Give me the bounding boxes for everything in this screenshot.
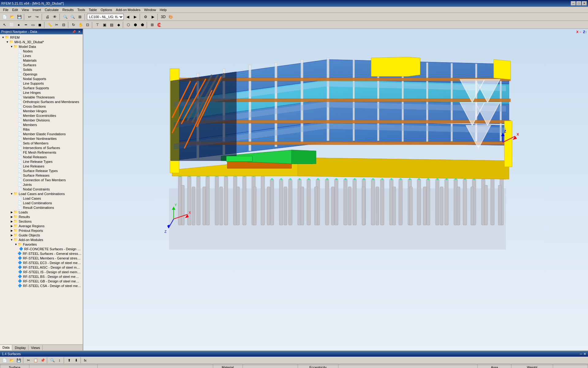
- tree-item-19[interactable]: 📄Members: [1, 122, 82, 127]
- tb-render[interactable]: 🎨: [167, 13, 174, 20]
- tb-preview[interactable]: 👁: [51, 13, 58, 20]
- tree-item-52[interactable]: 🔷RF-STEEL BS - Design of steel members a…: [1, 274, 82, 279]
- tree-item-3[interactable]: 📄Nodes: [1, 49, 82, 53]
- tree-item-11[interactable]: 📄Surface Supports: [1, 86, 82, 90]
- menu-help[interactable]: Help: [158, 7, 169, 12]
- tb-next[interactable]: ▶: [132, 13, 138, 20]
- tree-item-31[interactable]: 📄Connection of Two Members: [1, 178, 82, 182]
- tree-item-36[interactable]: 📄Load Combinations: [1, 201, 82, 205]
- tree-item-54[interactable]: 🔷RF-STEEL CSA - Design of steel members …: [1, 283, 82, 288]
- tb2-cut[interactable]: ⊟: [60, 21, 67, 28]
- tree-item-39[interactable]: ▶📁Results: [1, 214, 82, 219]
- tree-item-44[interactable]: ▼📁Add-on Modules: [1, 237, 82, 242]
- th-area[interactable]: AreaA [ft²]: [477, 365, 511, 368]
- th-surface-no[interactable]: SurfaceNo.: [0, 365, 29, 368]
- menu-results[interactable]: Results: [61, 7, 76, 12]
- tree-item-30[interactable]: 📄Surface Releases: [1, 173, 82, 178]
- tree-item-40[interactable]: ▶📁Sections: [1, 219, 82, 224]
- tb2-node[interactable]: ●: [15, 21, 22, 28]
- th-eccentricity[interactable]: Eccentricityez [in]: [298, 365, 338, 368]
- tree-item-13[interactable]: 📄Variable Thicknesses: [1, 95, 82, 99]
- tree-item-26[interactable]: 📄Nodal Releases: [1, 155, 82, 159]
- th-material[interactable]: MaterialNo.: [213, 365, 243, 368]
- tb2-render2[interactable]: ⬟: [139, 21, 146, 28]
- tb-new[interactable]: 📄: [1, 13, 8, 20]
- menu-insert[interactable]: Insert: [31, 7, 43, 12]
- tb-redo[interactable]: ↪: [34, 13, 40, 20]
- minimize-button[interactable]: ─: [571, 1, 576, 6]
- tree-item-47[interactable]: 🔷RF-STEEL Surfaces - General stress anal…: [1, 251, 82, 256]
- tb2-wireframe[interactable]: ⬡: [125, 21, 132, 28]
- tree-item-9[interactable]: 📄Nodal Supports: [1, 76, 82, 81]
- tree-item-4[interactable]: 📄Lines: [1, 53, 82, 58]
- tree-item-20[interactable]: 📄Ribs: [1, 127, 82, 132]
- tb-zoom-all[interactable]: ⊞: [77, 13, 83, 20]
- tree-item-45[interactable]: ▼📁Favorites: [1, 242, 82, 247]
- tree-item-7[interactable]: 📄Solids: [1, 67, 82, 72]
- tb-undo[interactable]: ↩: [26, 13, 33, 20]
- tree-item-5[interactable]: 📄Materials: [1, 58, 82, 63]
- th-surface-type[interactable]: Surface Type: [29, 365, 98, 368]
- menu-edit[interactable]: Edit: [10, 7, 20, 12]
- tree-item-2[interactable]: ▼📁Model Data: [1, 44, 82, 49]
- tb2-view-3d[interactable]: ◆: [115, 21, 122, 28]
- th-weight[interactable]: WeightW [lb]: [511, 365, 553, 368]
- tb2-measure[interactable]: 📏: [46, 21, 53, 28]
- load-combo[interactable]: LC100 - NL_UG: Kat-B: [87, 14, 124, 20]
- tree-item-10[interactable]: 📄Line Supports: [1, 81, 82, 86]
- tb2-view-side[interactable]: ▤: [108, 21, 115, 28]
- tree-item-50[interactable]: 🔷RF-STEEL AISC - Design of steel members…: [1, 265, 82, 270]
- tb2-view-top[interactable]: ⊤: [94, 21, 101, 28]
- tree-item-51[interactable]: 🔷RF-STEEL IS - Design of steel members a…: [1, 270, 82, 274]
- tt-save[interactable]: 💾: [15, 357, 22, 364]
- tb-zoom-out[interactable]: 🔍: [69, 13, 76, 20]
- tree-item-22[interactable]: 📄Member Nonlinearities: [1, 136, 82, 141]
- nav-close[interactable]: ✕: [77, 30, 81, 33]
- tt-open[interactable]: 📂: [8, 357, 15, 364]
- menu-addon[interactable]: Add-on Modules: [114, 7, 142, 12]
- tree-item-49[interactable]: 🔷RF-STEEL EC3 - Design of steel members …: [1, 260, 82, 265]
- tree-item-16[interactable]: 📄Member Hinges: [1, 109, 82, 113]
- tb2-grid[interactable]: ⊞: [149, 21, 156, 28]
- tree-item-28[interactable]: 📄Line Releases: [1, 164, 82, 168]
- tree-item-15[interactable]: 📄Cross-Sections: [1, 104, 82, 109]
- nav-tab-display[interactable]: Display: [12, 345, 28, 350]
- tb-print[interactable]: 🖨: [44, 13, 51, 20]
- tb2-surface[interactable]: ▭: [29, 21, 36, 28]
- tb-zoom-in[interactable]: 🔍: [62, 13, 69, 20]
- tt-cut[interactable]: ✂: [25, 357, 32, 364]
- tb2-solid[interactable]: ◼: [36, 21, 43, 28]
- tree-item-24[interactable]: 📄Intersections of Surfaces: [1, 145, 82, 150]
- tree-item-46[interactable]: 🔷RF-CONCRETE Surfaces - Design of concre…: [1, 247, 82, 251]
- tree-item-29[interactable]: 📄Surface Release Types: [1, 168, 82, 173]
- nav-tab-views[interactable]: Views: [28, 345, 43, 350]
- tree-item-53[interactable]: 🔷RF-STEEL GB - Design of steel members a…: [1, 279, 82, 283]
- tt-sort[interactable]: ↕: [56, 357, 63, 364]
- tree-item-41[interactable]: ▶📁Average Regions: [1, 224, 82, 228]
- tt-paste[interactable]: 📌: [39, 357, 46, 364]
- tb2-line[interactable]: ━: [22, 21, 29, 28]
- tt-export[interactable]: ⬆: [66, 357, 73, 364]
- tt-copy[interactable]: 📋: [32, 357, 39, 364]
- tt-new[interactable]: 📄: [1, 357, 8, 364]
- tree-item-12[interactable]: 📄Line Hinges: [1, 90, 82, 95]
- tree-item-33[interactable]: 📄Nodal Constraints: [1, 187, 82, 191]
- menu-tools[interactable]: Tools: [75, 7, 87, 12]
- tb2-zoom-fit[interactable]: ⊡: [84, 21, 91, 28]
- menu-file[interactable]: File: [1, 7, 10, 12]
- menu-calculate[interactable]: Calculate: [43, 7, 61, 12]
- nav-tab-data[interactable]: Data: [0, 345, 12, 351]
- tb2-rotate[interactable]: ↻: [70, 21, 77, 28]
- tree-item-1[interactable]: ▼📁MH1-N_3D_Dlubal*: [1, 40, 82, 44]
- viewport[interactable]: Visibility mode: [83, 29, 588, 351]
- tb2-solid-view[interactable]: ⬢: [132, 21, 139, 28]
- tree-item-17[interactable]: 📄Member Eccentricities: [1, 113, 82, 118]
- tb-calc[interactable]: ⚙: [142, 13, 149, 20]
- th-comment[interactable]: Comment: [553, 365, 588, 368]
- tb2-view-front[interactable]: ▣: [101, 21, 108, 28]
- tb2-pan[interactable]: ✋: [77, 21, 84, 28]
- tb-run[interactable]: ▶: [149, 13, 156, 20]
- close-button[interactable]: ✕: [582, 1, 587, 6]
- tree-item-21[interactable]: 📄Member Elastic Foundations: [1, 132, 82, 136]
- tb-prev[interactable]: ◀: [124, 13, 131, 20]
